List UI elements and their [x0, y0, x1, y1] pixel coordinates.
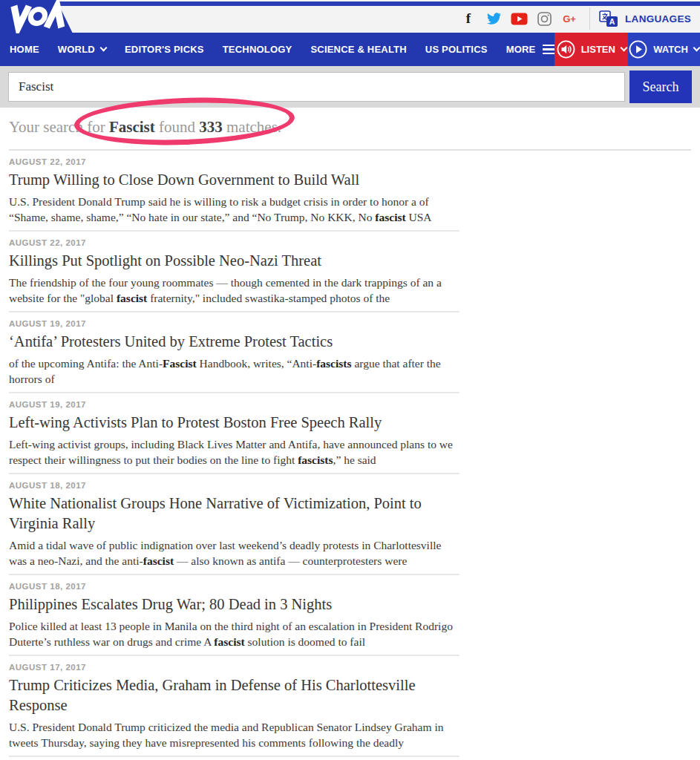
search-result-item: AUGUST 22, 2017 Trump Willing to Close D… — [9, 151, 459, 232]
results-list: AUGUST 22, 2017 Trump Willing to Close D… — [9, 151, 459, 757]
nav-item-us-politics[interactable]: US POLITICS — [425, 44, 488, 55]
voa-logo-icon — [0, 0, 73, 33]
search-input[interactable] — [8, 72, 625, 102]
result-snippet: U.S. President Donald Trump said he is w… — [9, 194, 459, 225]
nav-item-label: US POLITICS — [425, 44, 488, 55]
result-title-link[interactable]: Left-wing Activists Plan to Protest Bost… — [9, 413, 459, 433]
listen-button[interactable]: LISTEN — [555, 33, 628, 66]
search-result-summary: Your search for Fascist found 333 matche… — [9, 118, 691, 137]
search-result-item: AUGUST 18, 2017 Philippines Escalates Dr… — [9, 575, 459, 656]
speaker-icon — [557, 40, 575, 59]
result-date: AUGUST 19, 2017 — [9, 318, 459, 329]
search-result-item: AUGUST 19, 2017 ‘Antifa’ Protesters Unit… — [9, 312, 459, 393]
result-snippet: The friendship of the four young roommat… — [9, 275, 459, 306]
nav-item-world[interactable]: WORLD — [58, 44, 106, 55]
result-date: AUGUST 22, 2017 — [9, 157, 459, 167]
result-title-link[interactable]: Trump Willing to Close Down Government t… — [9, 170, 459, 190]
search-result-item: AUGUST 17, 2017 Trump Criticizes Media, … — [9, 656, 459, 757]
watch-label: WATCH — [653, 44, 688, 55]
youtube-icon[interactable] — [506, 9, 531, 28]
nav-item-more[interactable]: MORE — [506, 44, 555, 55]
voa-logo[interactable] — [0, 0, 73, 33]
nav-item-home[interactable]: HOME — [10, 44, 39, 55]
translate-icon: A — [599, 10, 618, 27]
nav-item-technology[interactable]: TECHNOLOGY — [223, 44, 292, 55]
listen-label: LISTEN — [581, 44, 615, 55]
result-title-link[interactable]: ‘Antifa’ Protesters United by Extreme Pr… — [9, 332, 459, 352]
twitter-icon[interactable] — [481, 9, 506, 28]
results-area: Your search for Fascist found 333 matche… — [0, 118, 700, 757]
result-snippet: of the upcoming Antifa: the Anti-Fascist… — [9, 356, 459, 387]
search-term: Fascist — [109, 118, 155, 136]
play-icon — [629, 40, 647, 59]
result-title-link[interactable]: White Nationalist Groups Hone Narrative … — [9, 494, 459, 534]
result-date: AUGUST 17, 2017 — [9, 662, 459, 672]
result-date: AUGUST 22, 2017 — [9, 238, 459, 248]
result-date: AUGUST 19, 2017 — [9, 399, 459, 410]
nav-item-label: WORLD — [58, 44, 95, 55]
googleplus-icon[interactable]: G+ — [557, 9, 582, 28]
nav-item-editor-s-picks[interactable]: EDITOR'S PICKS — [125, 44, 204, 55]
result-snippet: Amid a tidal wave of public indignation … — [9, 537, 459, 569]
nav-item-science-health[interactable]: SCIENCE & HEALTH — [310, 44, 406, 55]
watch-button[interactable]: WATCH — [628, 33, 700, 66]
search-result-item: AUGUST 18, 2017 White Nationalist Groups… — [9, 474, 459, 575]
svg-text:A: A — [609, 16, 615, 25]
nav-item-label: SCIENCE & HEALTH — [310, 44, 406, 55]
search-result-item: AUGUST 19, 2017 Left-wing Activists Plan… — [9, 393, 459, 474]
result-title-link[interactable]: Philippines Escalates Drug War; 80 Dead … — [9, 594, 459, 615]
chevron-down-icon — [693, 45, 700, 52]
languages-label: LANGUAGES — [625, 13, 691, 24]
nav-item-label: HOME — [10, 44, 39, 55]
result-title-link[interactable]: Killings Put Spotlight on Possible Neo-N… — [9, 251, 459, 271]
result-date: AUGUST 18, 2017 — [9, 581, 459, 592]
search-result-item: AUGUST 22, 2017 Killings Put Spotlight o… — [9, 232, 459, 312]
match-count: 333 — [199, 118, 223, 136]
result-snippet: U.S. President Donald Trump criticized t… — [9, 719, 459, 750]
top-bar: f G+ A LANGUA — [0, 0, 700, 33]
result-snippet: Police killed at least 13 people in Mani… — [9, 618, 459, 649]
social-links: f G+ — [456, 9, 582, 28]
menu-icon — [543, 45, 555, 55]
instagram-icon[interactable] — [531, 9, 557, 28]
result-title-link[interactable]: Trump Criticizes Media, Graham in Defens… — [9, 675, 459, 715]
nav-item-label: EDITOR'S PICKS — [125, 44, 204, 55]
topbar-divider — [589, 7, 590, 30]
nav-list: HOME WORLD EDITOR'S PICKS TECHNOLOGY SCI… — [0, 33, 555, 66]
search-button[interactable]: Search — [629, 71, 692, 103]
facebook-icon[interactable]: f — [456, 9, 481, 28]
chevron-down-icon — [99, 45, 107, 52]
search-bar: Search — [0, 66, 700, 108]
nav-item-label: TECHNOLOGY — [223, 44, 292, 55]
languages-button[interactable]: A LANGUAGES — [599, 10, 696, 27]
chevron-down-icon — [620, 45, 627, 52]
result-date: AUGUST 18, 2017 — [9, 480, 459, 491]
nav-item-label: MORE — [506, 44, 536, 55]
result-snippet: Left-wing activist groups, including Bla… — [9, 436, 459, 468]
main-nav: HOME WORLD EDITOR'S PICKS TECHNOLOGY SCI… — [0, 33, 700, 66]
